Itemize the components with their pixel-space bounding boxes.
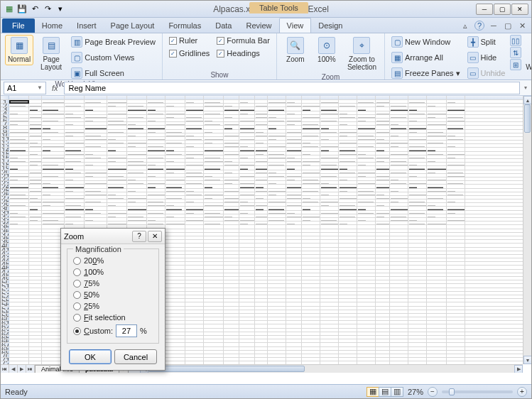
page-layout-icon: ▤ [43,37,60,54]
vertical-scrollbar[interactable]: ▲ ▼ [523,96,531,364]
radio-icon [73,291,81,299]
dialog-title: Zoom [64,232,84,241]
side-by-side-icon[interactable]: ▯▯ [510,35,521,46]
tab-nav-first[interactable]: ⏮ [1,365,9,373]
page-layout-button[interactable]: ▤ Page Layout [36,35,66,73]
qat-customize[interactable]: ▾ [55,4,66,15]
full-screen-icon: ▣ [71,67,82,79]
new-window-button[interactable]: ▢New Window [389,35,462,49]
tab-formulas[interactable]: Formulas [161,18,208,33]
zoom-100-button[interactable]: ⊙100% [313,35,341,65]
name-box[interactable]: A1▼ [4,82,46,94]
freeze-panes-button[interactable]: ▤Freeze Panes ▾ [389,66,462,80]
zoom-out-button[interactable]: − [428,387,438,397]
radio-icon [73,302,81,310]
sync-scroll-icon[interactable]: ⇅ [510,47,521,58]
status-ready: Ready [5,388,28,396]
file-tab[interactable]: File [2,18,35,33]
page-break-shortcut[interactable]: ▥ [391,387,403,397]
normal-view-shortcut[interactable]: ▦ [367,387,379,397]
tab-nav-last[interactable]: ⏭ [26,365,35,373]
tab-design[interactable]: Design [311,18,349,33]
dialog-close-button[interactable]: ✕ [148,231,162,242]
radio-icon [73,314,81,322]
tab-page-layout[interactable]: Page Layout [104,18,162,33]
scroll-down-button[interactable]: ▼ [523,356,531,364]
excel-icon[interactable]: ▦ [4,4,15,15]
doc-restore-button[interactable]: ▢ [503,21,513,31]
ribbon-minimize-icon[interactable]: ▵ [460,21,470,31]
zoom-selection-icon: ⌖ [353,37,370,54]
tab-nav-prev[interactable]: ◀ [9,365,18,373]
zoom-slider[interactable] [442,390,513,393]
formula-input[interactable]: Reg Name [64,82,520,94]
zoom-custom-radio[interactable]: Custom: % [73,324,153,337]
cancel-button[interactable]: Cancel [114,349,157,364]
zoom-in-button[interactable]: + [517,387,527,397]
zoom-level[interactable]: 27% [408,388,423,396]
ok-button[interactable]: OK [69,349,112,364]
page-break-preview-button[interactable]: ▥Page Break Preview [69,35,158,49]
zoom-slider-thumb[interactable] [449,388,455,395]
zoom-200-radio[interactable]: 200% [73,256,153,265]
maximize-button[interactable]: ▢ [494,4,511,15]
dialog-help-button[interactable]: ? [132,231,146,242]
formula-bar-checkbox[interactable]: ✓Formula Bar [215,35,272,46]
help-icon[interactable]: ? [474,21,484,31]
zoom-100-radio[interactable]: 100% [73,268,153,276]
tab-nav-next[interactable]: ▶ [18,365,26,373]
dialog-body: Magnification 200% 100% 75% 50% 25% Fit … [61,244,165,370]
tab-data[interactable]: Data [208,18,239,33]
redo-button[interactable]: ↷ [42,4,53,15]
chevron-down-icon: ▼ [37,84,43,91]
dialog-titlebar[interactable]: Zoom ? ✕ [61,229,165,244]
tab-insert[interactable]: Insert [70,18,104,33]
hscroll-thumb[interactable] [148,366,305,372]
normal-view-button[interactable]: ▦ Normal [5,35,33,65]
doc-close-button[interactable]: ✕ [517,21,527,31]
tab-home[interactable]: Home [35,18,70,33]
zoom-button[interactable]: 🔍Zoom [281,35,310,65]
unhide-button[interactable]: ▭Unhide [465,66,508,80]
reset-window-icon[interactable]: ⊞ [510,59,521,70]
minimize-button[interactable]: ─ [476,4,493,15]
scroll-right-button[interactable]: ▶ [514,365,523,373]
radio-icon [73,327,81,335]
table-tools-contextual: Table Tools [249,2,308,13]
undo-button[interactable]: ↶ [29,4,40,15]
close-button[interactable]: ✕ [511,4,528,15]
save-workspace-button[interactable]: 💾Save Workspace [524,35,532,73]
new-window-icon: ▢ [391,36,403,48]
page-layout-shortcut[interactable]: ▤ [379,387,391,397]
ruler-checkbox[interactable]: ✓Ruler [167,35,212,46]
freeze-icon: ▤ [391,67,403,79]
zoom-fit-radio[interactable]: Fit selection [73,313,153,322]
zoom-to-selection-button[interactable]: ⌖Zoom to Selection [344,35,380,73]
doc-minimize-button[interactable]: ─ [489,21,499,31]
headings-checkbox[interactable]: ✓Headings [215,48,272,59]
view-shortcuts: ▦ ▤ ▥ [367,387,403,397]
zoom-75-radio[interactable]: 75% [73,279,153,288]
fx-icon[interactable]: fx [49,84,61,92]
gridlines-checkbox[interactable]: ✓Gridlines [167,48,212,59]
split-button[interactable]: ╋Split [465,35,508,49]
expand-formula-bar-icon[interactable]: ▾ [523,84,528,91]
full-screen-button[interactable]: ▣Full Screen [69,66,158,80]
scroll-up-button[interactable]: ▲ [523,96,531,104]
tab-view[interactable]: View [279,18,312,33]
page-break-icon: ▥ [71,36,82,48]
arrange-all-button[interactable]: ▦Arrange All [389,50,462,65]
zoom-50-radio[interactable]: 50% [73,290,153,299]
zoom-25-radio[interactable]: 25% [73,302,153,310]
hide-button[interactable]: ▭Hide [465,50,508,65]
zoom-custom-input[interactable] [116,324,137,337]
status-bar: Ready ▦ ▤ ▥ 27% − + [1,384,531,398]
save-button[interactable]: 💾 [16,4,28,15]
horizontal-scrollbar[interactable]: ◀ ▶ [140,364,523,373]
vscroll-thumb[interactable] [524,104,531,133]
group-workbook-views: ▦ Normal ▤ Page Layout ▥Page Break Previ… [1,33,163,80]
custom-views-button[interactable]: ▢Custom Views [69,50,158,65]
titlebar: ▦ 💾 ↶ ↷ ▾ Alpacas.xlsm - Microsoft Excel… [1,1,531,18]
unhide-icon: ▭ [467,67,479,79]
tab-review[interactable]: Review [239,18,278,33]
